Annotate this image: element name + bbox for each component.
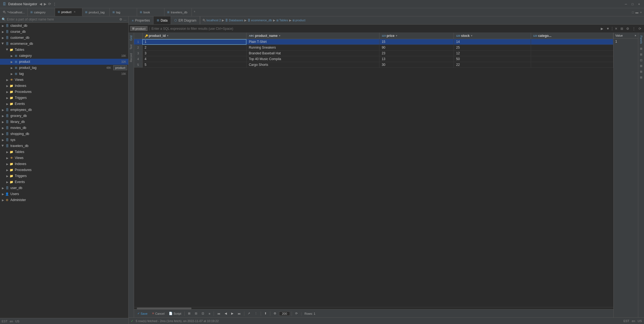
minimize-btn[interactable]: ─: [623, 1, 629, 7]
col-stock-header[interactable]: 123 stock ▼: [454, 33, 531, 39]
cell-stock-1[interactable]: 14: [454, 39, 531, 45]
cell-catego-1[interactable]: [531, 39, 613, 45]
toolbar-btn-1[interactable]: ⊞: [186, 311, 192, 316]
tree-item-triggers-eco[interactable]: ▶ 📁 Triggers: [0, 95, 128, 101]
col-price-header[interactable]: 123 price ▼: [379, 33, 454, 39]
tree-item-product-tag[interactable]: ▶ ⊞ product_tag 48K product: [0, 65, 128, 71]
row-limit-input[interactable]: [279, 311, 290, 316]
data-grid-scroll[interactable]: 🔑 product_id ▼ ABC product_name: [134, 33, 613, 307]
tree-item-travelers-procedures[interactable]: ▶ 📁 Procedures: [0, 167, 128, 173]
tree-item-travelers-tables[interactable]: ▶ 📁 Tables: [0, 149, 128, 155]
cell-product-name-2[interactable]: Running Sneakers: [246, 45, 379, 51]
toolbar-btn-4[interactable]: ≡: [207, 311, 212, 316]
toolbar-btn-6[interactable]: ⋮: [253, 311, 259, 316]
table-row[interactable]: 3 3 Branded Baseball Hat 23 12: [134, 51, 613, 56]
script-btn[interactable]: 📄 Script: [167, 311, 183, 316]
cell-catego-2[interactable]: [531, 45, 613, 51]
cell-product-name-1[interactable]: Plain T-Shirt: [246, 39, 379, 45]
filter-input[interactable]: [152, 27, 599, 31]
right-icon-6[interactable]: ⊞: [639, 75, 644, 80]
reload-btn[interactable]: ⟳: [637, 26, 642, 31]
save-btn[interactable]: ✓ Save: [136, 311, 149, 316]
cell-stock-4[interactable]: 50: [454, 56, 531, 62]
tree-item-travelers-db[interactable]: ▶ 🗄 travelers_db: [0, 143, 128, 149]
tree-item-travelers-views[interactable]: ▶ 👁 Views: [0, 155, 128, 161]
table-row[interactable]: 1 1 Plain T-Shirt 15 14: [134, 39, 613, 45]
tree-item-users[interactable]: ▶ 👤 Users: [0, 191, 128, 197]
tree-item-product[interactable]: ▶ ⊞ product 32K: [0, 59, 128, 65]
sub-tab-er[interactable]: ⬡ ER Diagram: [171, 16, 200, 24]
cell-price-3[interactable]: 23: [379, 51, 454, 56]
cell-product-id-1[interactable]: 1: [142, 39, 246, 45]
breadcrumb-databases[interactable]: 🗄 Databases: [225, 19, 243, 22]
cell-catego-3[interactable]: [531, 51, 613, 56]
cell-product-id-5[interactable]: 5: [142, 62, 246, 68]
tree-item-movies-db[interactable]: ▶ 🗄 movies_db: [0, 125, 128, 131]
right-icon-1[interactable]: ⊞: [639, 46, 644, 51]
cell-price-5[interactable]: 30: [379, 62, 454, 68]
filter-drop-btn[interactable]: ▼: [605, 26, 611, 31]
col-product-id-filter[interactable]: ▼: [167, 34, 169, 37]
cell-product-name-3[interactable]: Branded Baseball Hat: [246, 51, 379, 56]
cell-stock-2[interactable]: 25: [454, 45, 531, 51]
right-icon-4[interactable]: ⊞: [639, 64, 644, 69]
col-catego-header[interactable]: 123 catego...: [531, 33, 613, 39]
nav-next-btn[interactable]: ▶: [230, 311, 235, 316]
tree-item-ecommerce-db[interactable]: ▶ 🗄 ecommerce_db: [0, 41, 128, 47]
nav-prev-btn[interactable]: ◀: [223, 311, 228, 316]
tree-item-indexes-eco[interactable]: ▶ 📁 Indexes: [0, 83, 128, 89]
nav-forward-btn[interactable]: ▶: [43, 1, 47, 7]
filter-config-btn[interactable]: ⚙: [625, 26, 630, 31]
breadcrumb-product[interactable]: ⊞ product: [292, 19, 306, 22]
side-tab-grid[interactable]: Grid: [129, 34, 133, 42]
filter-more-btn[interactable]: ⊞: [619, 26, 624, 31]
tree-item-classlist-db[interactable]: ▶ 🗄 classlist_db: [0, 23, 128, 29]
table-row[interactable]: 5 5 Cargo Shorts 30 22: [134, 62, 613, 68]
right-icon-3[interactable]: ⊡: [639, 58, 644, 63]
tab-localhost[interactable]: 🔌 *<localhost...: [0, 8, 28, 16]
toolbar-btn-5[interactable]: ↗: [246, 311, 252, 316]
table-row[interactable]: 4 4 Top 40 Music Compila 13 50: [134, 56, 613, 62]
cell-catego-4[interactable]: [531, 56, 613, 62]
toolbar-btn-2[interactable]: ⊟: [193, 311, 199, 316]
filter-extra-btn[interactable]: ⋮: [631, 26, 637, 31]
tree-item-travelers-indexes[interactable]: ▶ 📁 Indexes: [0, 161, 128, 167]
maximize-tab-btn[interactable]: □: [631, 10, 634, 14]
col-product-name-filter[interactable]: ▼: [279, 34, 281, 37]
tree-item-course-db[interactable]: ▶ 🗄 course_db: [0, 29, 128, 35]
nav-menu-btn[interactable]: ⋮: [52, 1, 57, 7]
cell-product-id-2[interactable]: 2: [142, 45, 246, 51]
tree-item-procedures-eco[interactable]: ▶ 📁 Procedures: [0, 89, 128, 95]
tree-item-travelers-triggers[interactable]: ▶ 📁 Triggers: [0, 173, 128, 179]
tree-item-customer-db[interactable]: ▶ 🗄 customer_db: [0, 35, 128, 41]
breadcrumb-tables[interactable]: ⊞ Tables: [276, 19, 288, 22]
col-product-id-header[interactable]: 🔑 product_id ▼: [142, 33, 246, 39]
sub-tab-data[interactable]: ⊞ Data: [153, 16, 171, 24]
toolbar-btn-7[interactable]: ⬆: [263, 311, 268, 316]
refresh-btn[interactable]: ⟳: [294, 311, 299, 316]
cell-product-name-4[interactable]: Top 40 Music Compila: [246, 56, 379, 62]
tab-product-close[interactable]: ×: [74, 10, 76, 13]
nav-refresh-btn[interactable]: ⟳: [48, 1, 52, 7]
cell-price-2[interactable]: 90: [379, 45, 454, 51]
panels-label[interactable]: Panels: [639, 34, 643, 46]
maximize-btn[interactable]: □: [630, 1, 635, 7]
tab-category[interactable]: ⊞ category: [28, 8, 55, 16]
more-icon[interactable]: …: [123, 17, 127, 21]
tree-item-events-eco[interactable]: ▶ 📁 Events: [0, 101, 128, 107]
value-panel-close[interactable]: ×: [635, 34, 636, 37]
sub-tab-properties[interactable]: ≡ Properties: [129, 16, 153, 24]
close-tab-btn[interactable]: ×: [640, 10, 642, 14]
restore-tab-btn[interactable]: ▬: [635, 10, 639, 14]
nav-last-btn[interactable]: ⏭: [236, 311, 242, 316]
cell-product-id-4[interactable]: 4: [142, 56, 246, 62]
tab-product[interactable]: ⊞ product ×: [55, 8, 82, 16]
tab-product-tag[interactable]: ⊞ product_tag: [82, 8, 110, 16]
table-row[interactable]: 2 2 Running Sneakers 90 25: [134, 45, 613, 51]
col-price-filter[interactable]: ▼: [395, 34, 398, 37]
right-icon-2[interactable]: ⊞: [639, 52, 644, 57]
cell-stock-3[interactable]: 12: [454, 51, 531, 56]
tree-item-administer[interactable]: ▶ ⚙ Administer: [0, 197, 128, 203]
col-product-name-header[interactable]: ABC product_name ▼: [246, 33, 379, 39]
run-btn[interactable]: ▶: [600, 26, 604, 31]
